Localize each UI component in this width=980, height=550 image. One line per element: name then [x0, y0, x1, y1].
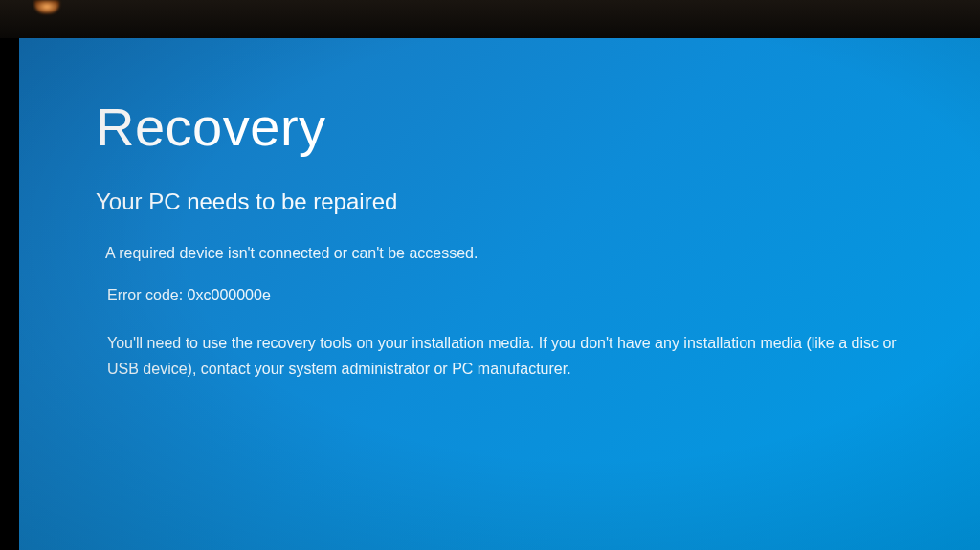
status-heading: Your PC needs to be repaired	[96, 188, 903, 215]
recovery-screen: Recovery Your PC needs to be repaired A …	[19, 38, 980, 550]
error-code-label: Error code:	[107, 287, 183, 303]
power-led-icon	[34, 0, 59, 13]
page-title: Recovery	[96, 96, 903, 158]
error-message: A required device isn't connected or can…	[105, 242, 903, 265]
monitor-bezel	[0, 0, 980, 38]
recovery-instructions: You'll need to use the recovery tools on…	[107, 330, 903, 382]
error-code-value: 0xc000000e	[188, 287, 271, 303]
error-code-line: Error code: 0xc000000e	[107, 284, 903, 307]
